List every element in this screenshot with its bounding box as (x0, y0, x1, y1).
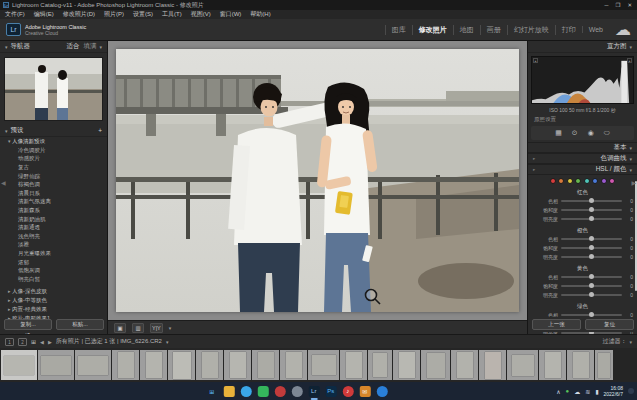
luminance-slider[interactable] (561, 256, 622, 258)
module-tab[interactable]: 打印 (555, 25, 582, 35)
minimize-button[interactable]: ─ (605, 2, 609, 8)
filmstrip-thumbnail[interactable] (280, 350, 307, 380)
module-tab[interactable]: 修改照片 (412, 25, 453, 35)
crop-tool-icon[interactable]: ▦ (555, 129, 562, 137)
tone-curve-panel-header[interactable]: ▸ 色调曲线 ▾ (528, 153, 637, 164)
filter-options-icon[interactable]: ▾ (629, 339, 632, 345)
chevron-down-icon[interactable]: ▾ (5, 44, 8, 50)
filmstrip-thumbnail[interactable] (507, 350, 538, 380)
preset-item[interactable]: 清新奶油肌 (0, 215, 107, 224)
menu-item[interactable]: 照片(P) (104, 10, 124, 19)
tray-icon[interactable]: ☁ (574, 388, 580, 395)
filmstrip-thumbnail[interactable] (340, 350, 367, 380)
preset-item[interactable]: 棕褐色调 (0, 180, 107, 189)
zoom-options-icon[interactable]: ▾ (99, 44, 102, 50)
preset-item[interactable]: 清新气氛迷离 (0, 198, 107, 207)
histogram-header[interactable]: 直方图 ▾ (528, 41, 637, 53)
module-tab[interactable]: Web (582, 26, 609, 33)
previous-photo-arrow-icon[interactable]: ◀ (40, 339, 44, 345)
taskbar-app-icon[interactable] (223, 386, 234, 397)
navigator-preview[interactable] (4, 57, 103, 121)
menu-item[interactable]: 工具(T) (162, 10, 182, 19)
preset-item[interactable]: 清晨日系 (0, 189, 107, 198)
color-chip[interactable] (609, 178, 615, 184)
filmstrip-thumbnail[interactable] (368, 350, 392, 380)
filmstrip-thumbnail[interactable] (479, 350, 506, 380)
right-panel-collapse-arrow[interactable]: ▶ (631, 179, 636, 186)
grid-view-icon[interactable]: ⊞ (31, 338, 36, 345)
tray-icon[interactable]: ≋ (585, 388, 590, 395)
tray-icon[interactable]: ● (566, 388, 570, 394)
cloud-sync-icon[interactable]: ☁ (615, 20, 631, 39)
menu-item[interactable]: 文件(F) (5, 10, 25, 19)
shadow-clipping-icon[interactable]: ▲ (533, 58, 538, 63)
preset-item[interactable]: 淡雅 (0, 241, 107, 250)
preset-group[interactable]: ▸ 人像-深色皮肤 (0, 287, 107, 296)
taskbar-clock[interactable]: 16:08 2022/6/7 (604, 385, 623, 397)
before-after-icon[interactable]: Y|Y (150, 323, 163, 333)
previous-button[interactable]: 上一张 (532, 319, 581, 330)
chevron-down-icon[interactable]: ▾ (169, 325, 172, 331)
paste-settings-button[interactable]: 粘贴... (56, 319, 104, 330)
preset-item[interactable]: 低饱灰调 (0, 266, 107, 275)
module-tab[interactable]: 地图 (453, 25, 480, 35)
preset-item[interactable]: 明亮白皙 (0, 275, 107, 284)
menu-item[interactable]: 帮助(H) (250, 10, 270, 19)
preset-item[interactable]: 清新森系 (0, 206, 107, 215)
menu-item[interactable]: 修改照片(D) (63, 10, 95, 19)
reference-view-icon[interactable]: ▥ (132, 323, 144, 333)
redeye-tool-icon[interactable]: ◉ (588, 129, 594, 137)
primary-monitor-icon[interactable]: 1 (5, 338, 14, 346)
filmstrip-thumbnail[interactable] (393, 350, 420, 380)
module-tab[interactable]: 幻灯片放映 (507, 25, 555, 35)
filmstrip-thumbnail[interactable] (421, 350, 450, 380)
hue-slider[interactable] (561, 200, 622, 202)
taskbar-app-icon[interactable] (376, 386, 387, 397)
next-photo-arrow-icon[interactable]: ▶ (48, 339, 52, 345)
filmstrip-thumbnail[interactable] (1, 350, 37, 380)
masking-tool-icon[interactable]: ⬭ (604, 129, 610, 137)
filmstrip-thumbnail[interactable] (140, 350, 167, 380)
color-chip[interactable] (567, 178, 573, 184)
preset-item[interactable]: 动感胶片 (0, 155, 107, 164)
add-preset-button[interactable]: + (98, 127, 102, 134)
preset-item[interactable]: 月光重曝效果 (0, 249, 107, 258)
menu-item[interactable]: 窗口(W) (220, 10, 242, 19)
module-tab[interactable]: 图库 (385, 25, 412, 35)
taskbar-app-icon[interactable]: Ps (325, 386, 336, 397)
filmstrip-thumbnail[interactable] (595, 350, 613, 380)
filmstrip-thumbnail[interactable] (75, 350, 111, 380)
filmstrip-thumbnail[interactable] (224, 350, 251, 380)
preset-item[interactable]: 浅色明亮 (0, 232, 107, 241)
tray-icon[interactable]: ▮ (595, 388, 598, 395)
menu-item[interactable]: 设置(S) (133, 10, 153, 19)
taskbar-app-icon[interactable]: Lr (308, 386, 319, 397)
taskbar-app-icon[interactable]: ♪ (342, 386, 353, 397)
panel-solo-arrow-icon[interactable]: ▸ (533, 156, 535, 161)
taskbar-app-icon[interactable] (291, 386, 302, 397)
hue-slider[interactable] (561, 314, 622, 316)
color-chip[interactable] (550, 178, 556, 184)
preset-group[interactable]: ▸ 内置-经典效果 (0, 305, 107, 314)
filmstrip-thumbnail[interactable] (252, 350, 279, 380)
module-tab[interactable]: 画册 (480, 25, 507, 35)
preset-group-expanded[interactable]: ▾ 人像清新预设 (0, 137, 107, 146)
reset-button[interactable]: 复位 (585, 319, 634, 330)
preset-item[interactable]: 清新通透 (0, 223, 107, 232)
color-chip[interactable] (575, 178, 581, 184)
hue-slider[interactable] (561, 276, 622, 278)
chevron-down-icon[interactable]: ▾ (166, 339, 169, 345)
basic-panel-header[interactable]: 基本 ▾ (528, 142, 637, 153)
preset-group[interactable]: ▸ 人像-中等肤色 (0, 296, 107, 305)
zoom-fill-button[interactable]: 填满 (83, 42, 96, 51)
histogram[interactable]: ▲ ▲ (531, 56, 634, 104)
tray-icon[interactable]: ∧ (556, 388, 560, 395)
saturation-slider[interactable] (561, 247, 622, 249)
notification-center-icon[interactable] (628, 388, 634, 394)
preset-item[interactable]: 冷色调胶片 (0, 146, 107, 155)
filmstrip-thumbnail[interactable] (112, 350, 139, 380)
taskbar-app-icon[interactable]: ✉ (359, 386, 370, 397)
filmstrip-thumbnail[interactable] (196, 350, 223, 380)
taskbar-app-icon[interactable] (240, 386, 251, 397)
maximize-button[interactable]: ❐ (615, 2, 620, 8)
